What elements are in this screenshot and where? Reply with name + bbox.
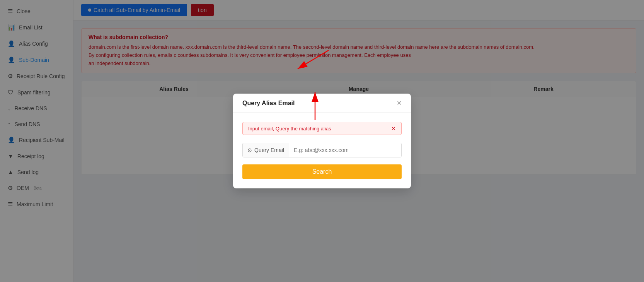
- modal-title: Query Alias Email: [242, 100, 295, 107]
- alert-text: Input email, Query the matching alias: [248, 126, 331, 132]
- email-input-group: ⊙ Query Email: [242, 143, 402, 157]
- modal-body: Input email, Query the matching alias ✕ …: [233, 113, 411, 188]
- input-prefix-label: Query Email: [254, 147, 284, 153]
- search-button[interactable]: Search: [242, 164, 402, 179]
- alert-close-button[interactable]: ✕: [391, 125, 396, 132]
- modal-header: Query Alias Email ✕: [233, 94, 411, 113]
- svg-line-2: [298, 50, 329, 69]
- modal-alert: Input email, Query the matching alias ✕: [242, 122, 402, 135]
- email-prefix-icon: ⊙: [247, 147, 252, 153]
- modal-overlay[interactable]: Query Alias Email ✕ Input email, Query t…: [0, 0, 644, 282]
- input-prefix: ⊙ Query Email: [243, 143, 289, 157]
- query-email-input[interactable]: [289, 143, 401, 157]
- modal-close-button[interactable]: ✕: [397, 100, 402, 106]
- query-alias-email-modal: Query Alias Email ✕ Input email, Query t…: [233, 94, 411, 188]
